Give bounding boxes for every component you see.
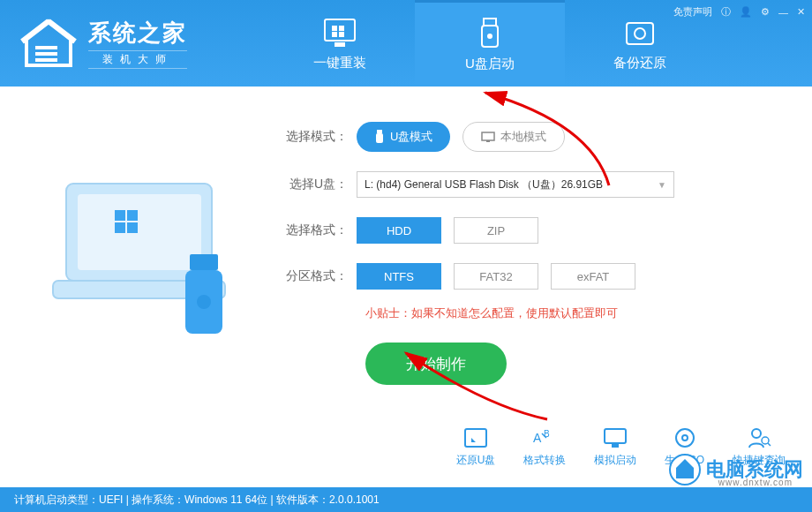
svg-rect-24 — [486, 140, 490, 142]
usb-select[interactable]: L: (hd4) General USB Flash Disk （U盘）26.9… — [357, 171, 674, 198]
svg-rect-5 — [339, 32, 344, 37]
svg-text:B: B — [544, 429, 550, 439]
svg-rect-9 — [627, 23, 653, 44]
chevron-down-icon: ▼ — [658, 180, 666, 190]
main-nav: 一键重装 U盘启动 备份还原 — [265, 0, 715, 87]
svg-rect-16 — [115, 222, 125, 233]
mode-local-button[interactable]: 本地模式 — [462, 122, 565, 152]
main-content: 选择模式： U盘模式 本地模式 选择U盘： L: (hd4) General U… — [0, 87, 812, 394]
nav-reinstall[interactable]: 一键重装 — [265, 0, 415, 87]
partition-fat32-button[interactable]: FAT32 — [454, 263, 538, 290]
camera-icon — [621, 16, 658, 49]
nav-usb-boot[interactable]: U盘启动 — [415, 0, 565, 87]
svg-point-31 — [682, 435, 688, 440]
format-zip-button[interactable]: ZIP — [454, 217, 538, 244]
svg-rect-6 — [484, 19, 496, 26]
disc-icon — [672, 426, 698, 449]
svg-rect-1 — [335, 42, 345, 47]
form-area: 选择模式： U盘模式 本地模式 选择U盘： L: (hd4) General U… — [274, 122, 786, 385]
svg-rect-2 — [332, 26, 337, 31]
partition-ntfs-button[interactable]: NTFS — [357, 263, 441, 290]
svg-point-33 — [762, 437, 769, 444]
mode-usb-button[interactable]: U盘模式 — [357, 122, 450, 152]
format-hdd-button[interactable]: HDD — [357, 217, 441, 244]
svg-text:A: A — [533, 431, 542, 445]
house-logo-icon — [18, 17, 79, 70]
svg-rect-21 — [377, 130, 382, 133]
partition-label: 分区格式： — [282, 268, 357, 284]
watermark-logo-icon — [669, 454, 701, 486]
mode-label: 选择模式： — [282, 129, 357, 145]
partition-exfat-button[interactable]: exFAT — [551, 263, 635, 290]
info-icon[interactable]: ⓘ — [721, 5, 731, 19]
svg-point-10 — [635, 28, 645, 39]
format-convert-button[interactable]: AB 格式转换 — [523, 426, 566, 468]
svg-point-8 — [487, 34, 492, 39]
restore-icon — [462, 426, 489, 449]
usb-small-icon — [374, 130, 385, 144]
minimize-icon[interactable]: — — [778, 7, 788, 18]
svg-point-20 — [197, 295, 211, 309]
usb-icon — [471, 17, 508, 50]
svg-rect-14 — [115, 210, 125, 221]
svg-point-32 — [752, 429, 761, 438]
window-controls: 免责声明 ⓘ 👤 ⚙ — ✕ — [673, 5, 805, 19]
settings-icon[interactable]: ⚙ — [761, 6, 770, 18]
svg-rect-3 — [339, 26, 344, 31]
disclaimer-link[interactable]: 免责声明 — [673, 5, 712, 19]
usb-select-label: 选择U盘： — [282, 177, 357, 192]
svg-rect-28 — [605, 429, 626, 443]
svg-rect-15 — [127, 210, 138, 221]
svg-rect-23 — [482, 132, 494, 140]
monitor-small-icon — [481, 132, 495, 142]
user-icon[interactable]: 👤 — [740, 6, 752, 18]
svg-rect-4 — [332, 32, 337, 37]
person-search-icon — [746, 426, 772, 449]
tip-text: 小贴士：如果不知道怎么配置，使用默认配置即可 — [365, 305, 786, 321]
svg-point-30 — [676, 429, 694, 447]
svg-rect-12 — [78, 194, 201, 270]
simulate-boot-button[interactable]: 模拟启动 — [594, 426, 636, 468]
convert-icon: AB — [531, 426, 558, 449]
svg-line-34 — [768, 443, 771, 446]
restore-usb-button[interactable]: 还原U盘 — [456, 426, 496, 468]
status-text: 计算机启动类型：UEFI | 操作系统：Windows 11 64位 | 软件版… — [14, 493, 380, 508]
svg-rect-17 — [127, 222, 138, 233]
start-button[interactable]: 开始制作 — [365, 343, 507, 385]
monitor-icon — [602, 426, 628, 449]
logo-area: 系统之家 装机大师 — [0, 0, 265, 87]
brand-subtitle: 装机大师 — [88, 50, 187, 69]
close-icon[interactable]: ✕ — [797, 6, 805, 18]
watermark: 电脑系统网 www.dnxtw.com — [669, 454, 803, 486]
svg-rect-29 — [612, 444, 619, 448]
app-header: 系统之家 装机大师 一键重装 U盘启动 备份还原 免责声明 ⓘ 👤 ⚙ — ✕ — [0, 0, 812, 87]
svg-rect-22 — [376, 133, 383, 143]
monitor-icon — [321, 16, 358, 49]
svg-rect-18 — [190, 254, 218, 270]
status-bar: 计算机启动类型：UEFI | 操作系统：Windows 11 64位 | 软件版… — [0, 487, 812, 512]
brand-title: 系统之家 — [88, 18, 187, 49]
laptop-illustration — [26, 157, 274, 385]
svg-rect-25 — [465, 429, 486, 447]
format-label: 选择格式： — [282, 222, 357, 238]
